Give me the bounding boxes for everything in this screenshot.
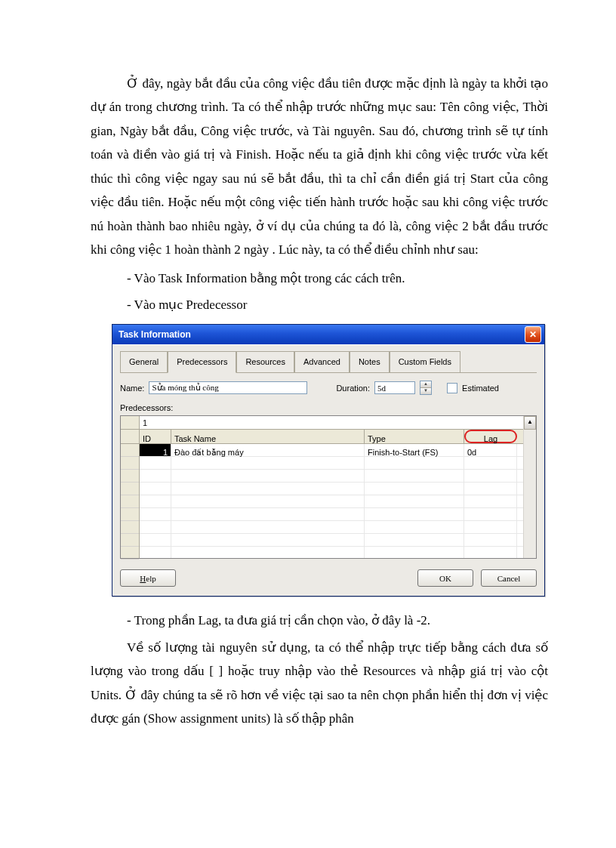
chevron-up-icon: ▲ (420, 381, 431, 388)
dialog-tabs: General Predecessors Resources Advanced … (120, 351, 537, 372)
duration-spinner[interactable]: ▲ ▼ (420, 381, 432, 395)
close-button[interactable]: ✕ (525, 326, 541, 343)
scroll-up-icon: ▲ (524, 416, 536, 430)
table-row[interactable] (140, 457, 523, 470)
grid-formula-bar[interactable]: 1 (140, 416, 523, 430)
table-row[interactable] (140, 495, 523, 508)
dialog-title: Task Information (119, 326, 191, 343)
tab-advanced[interactable]: Advanced (294, 351, 350, 372)
vertical-scrollbar[interactable]: ▲ (523, 416, 536, 558)
col-id[interactable]: ID (140, 430, 171, 443)
table-row[interactable] (140, 547, 523, 558)
duration-input[interactable] (374, 381, 415, 394)
titlebar: Task Information ✕ (112, 325, 544, 344)
table-row[interactable] (140, 470, 523, 483)
grid-header-row: ID Task Name Type Lag (140, 430, 523, 444)
table-row[interactable] (140, 521, 523, 534)
tab-general[interactable]: General (120, 351, 168, 372)
name-label: Name: (120, 381, 144, 396)
tab-custom-fields[interactable]: Custom Fields (390, 351, 460, 372)
bullet-3: - Trong phần Lag, ta đưa giá trị cần chọ… (127, 609, 548, 632)
predecessors-grid: 1 ID Task Name Type Lag 1 Đào đất bằng m… (120, 415, 537, 559)
table-row[interactable] (140, 534, 523, 547)
tab-resources[interactable]: Resources (236, 351, 294, 372)
close-icon: ✕ (529, 326, 537, 343)
tab-predecessors[interactable]: Predecessors (168, 351, 236, 372)
chevron-down-icon: ▼ (420, 388, 431, 394)
estimated-label: Estimated (462, 381, 499, 396)
cancel-button[interactable]: Cancel (481, 569, 537, 587)
help-button[interactable]: HHelpelp (120, 569, 176, 587)
col-type[interactable]: Type (365, 430, 464, 443)
table-row[interactable]: 1 Đào đất bằng máy Finish-to-Start (FS) … (140, 444, 523, 457)
predecessors-label: Predecessors: (120, 400, 537, 415)
task-information-dialog: Task Information ✕ General Predecessors … (112, 324, 545, 597)
cell-task-name: Đào đất bằng máy (171, 444, 365, 456)
estimated-checkbox[interactable] (447, 383, 457, 393)
col-lag[interactable]: Lag (464, 430, 517, 443)
table-row[interactable] (140, 508, 523, 521)
bullet-2: - Vào mục Predecessor (127, 293, 548, 316)
grid-row-headers (121, 416, 140, 558)
tab-notes[interactable]: Notes (350, 351, 390, 372)
ok-button[interactable]: OK (417, 569, 473, 587)
duration-label: Duration: (336, 381, 370, 396)
cell-lag: 0d (464, 444, 517, 456)
name-input[interactable] (149, 381, 307, 394)
paragraph-1: Ở đây, ngày bắt đầu của công việc đầu ti… (91, 72, 548, 262)
col-task-name[interactable]: Task Name (171, 430, 365, 443)
paragraph-2: Về số lượng tài nguyên sử dụng, ta có th… (91, 636, 548, 731)
table-row[interactable] (140, 483, 523, 495)
cell-type: Finish-to-Start (FS) (365, 444, 464, 456)
bullet-1: - Vào Task Information bằng một trong cá… (127, 267, 548, 290)
cell-id: 1 (140, 444, 171, 456)
